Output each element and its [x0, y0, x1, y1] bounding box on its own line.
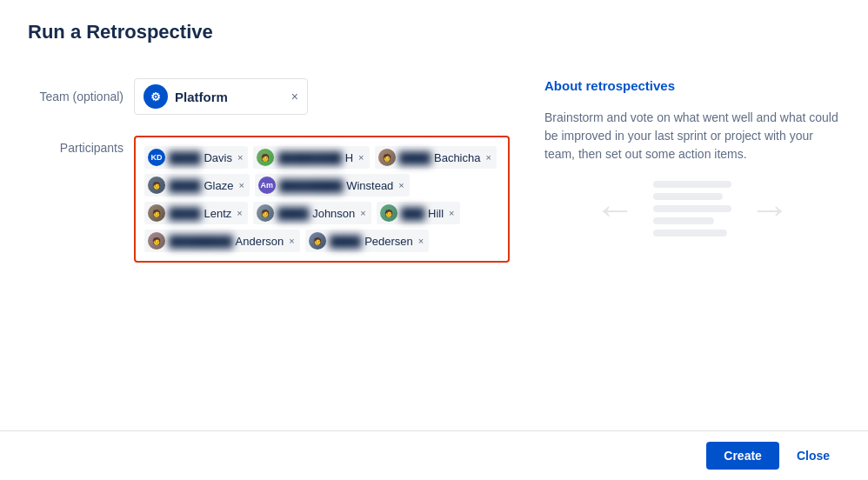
remove-icon[interactable]: × [398, 180, 404, 190]
line [653, 230, 727, 237]
remove-icon[interactable]: × [485, 152, 491, 163]
remove-icon[interactable]: × [360, 208, 365, 218]
left-panel: Team (optional) ⚙ Platform × Participant… [28, 78, 510, 410]
page-header: Run a Retrospective [0, 0, 868, 57]
page-footer: Create Close [0, 430, 868, 480]
avatar: 🧑 [309, 232, 326, 250]
line [653, 181, 731, 188]
remove-icon[interactable]: × [418, 236, 424, 246]
team-name: Platform [175, 90, 277, 104]
remove-icon[interactable]: × [238, 180, 244, 190]
remove-icon[interactable]: × [237, 152, 243, 163]
participant-tag: 🧑 ███ Hill × [377, 202, 460, 224]
avatar: 🧑 [148, 177, 165, 194]
avatar: 🧑 [380, 204, 397, 222]
participant-tag: 🧑 ████ Johnson × [253, 202, 371, 224]
participant-tag: Am ████████ Winstead × [255, 174, 410, 197]
avatar: Am [258, 177, 276, 194]
participant-tag: 🧑 ████ Lentz × [144, 202, 248, 224]
avatar: 🧑 [148, 232, 165, 250]
participants-label: Participants [28, 136, 124, 155]
participant-tag: 🧑 ████ Pedersen × [305, 230, 430, 252]
team-label: Team (optional) [28, 90, 124, 103]
about-description: Brainstorm and vote on what went well an… [544, 109, 840, 163]
team-selector[interactable]: ⚙ Platform × [134, 78, 308, 115]
participant-tag: 🧑 ████ Bachicha × [375, 146, 497, 169]
about-title: About retrospectives [544, 78, 840, 93]
participants-row: Participants KD ████ Davis × 🧑 ████████ … [28, 136, 510, 263]
avatar: 🧑 [148, 204, 165, 222]
arrow-left-icon: ← [594, 185, 636, 233]
line [653, 205, 731, 212]
participants-box[interactable]: KD ████ Davis × 🧑 ████████ H × 🧑 ████ Ba… [134, 136, 510, 263]
page-container: Run a Retrospective Team (optional) ⚙ Pl… [0, 0, 868, 480]
avatar: 🧑 [257, 204, 274, 222]
right-panel: About retrospectives Brainstorm and vote… [544, 78, 840, 410]
lines-block [653, 181, 731, 237]
remove-icon[interactable]: × [289, 236, 294, 246]
team-avatar: ⚙ [144, 84, 168, 109]
team-row: Team (optional) ⚙ Platform × [28, 78, 510, 115]
avatar: KD [148, 149, 165, 166]
participant-tag: 🧑 ████████ Anderson × [144, 230, 300, 252]
page-title: Run a Retrospective [28, 21, 840, 43]
illustration: ← → [544, 181, 840, 237]
remove-icon[interactable]: × [449, 208, 454, 218]
line [653, 193, 723, 200]
page-body: Team (optional) ⚙ Platform × Participant… [0, 57, 868, 430]
remove-icon[interactable]: × [237, 208, 242, 218]
team-close-icon[interactable]: × [291, 90, 298, 103]
line [653, 217, 714, 224]
avatar: 🧑 [257, 149, 274, 166]
remove-icon[interactable]: × [358, 152, 364, 163]
close-button[interactable]: Close [786, 442, 840, 470]
participant-tag: 🧑 ████████ H × [253, 146, 369, 169]
create-button[interactable]: Create [706, 442, 779, 470]
participant-tag: KD ████ Davis × [144, 146, 248, 169]
avatar: 🧑 [378, 149, 396, 166]
participant-tag: 🧑 ████ Glaze × [144, 174, 250, 197]
arrow-right-icon: → [749, 185, 791, 233]
